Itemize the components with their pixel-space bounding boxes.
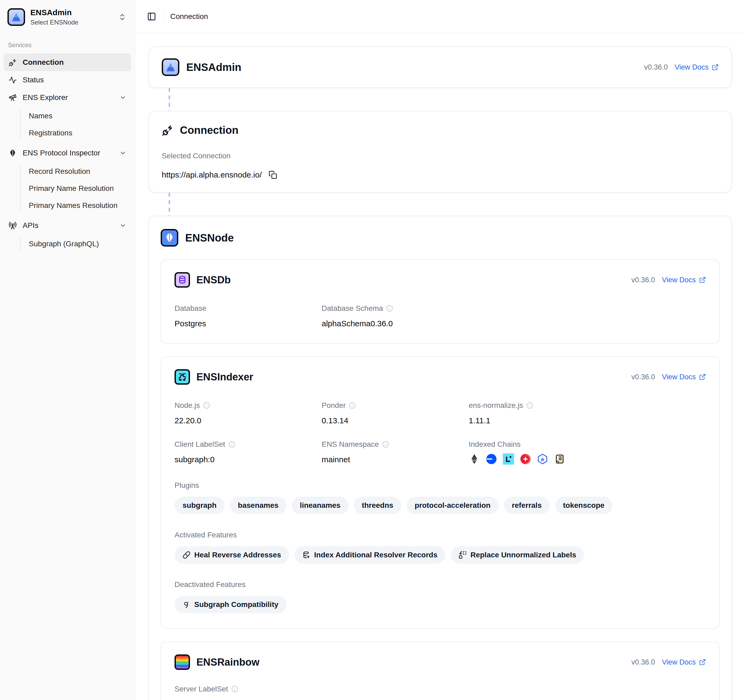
- card-connector-dashed-line: [169, 193, 170, 216]
- ensindexer-card-title: ENSIndexer: [196, 371, 253, 383]
- ensrainbow-view-docs-link[interactable]: View Docs: [662, 658, 706, 666]
- external-link-icon: [699, 659, 706, 666]
- ensdb-view-docs-link[interactable]: View Docs: [662, 276, 706, 284]
- external-link-icon: [712, 64, 719, 71]
- base-chain-icon: [486, 453, 497, 465]
- ensrainbow-card: ENSRainbow v0.36.0 View Docs Server La: [161, 642, 720, 700]
- activity-icon: [9, 76, 17, 84]
- info-icon[interactable]: [349, 402, 356, 409]
- field-ens-normalize: ens-normalize.js 1.11.1: [469, 401, 706, 425]
- sidebar: ENSAdmin Select ENSNode Services Connect…: [0, 0, 135, 700]
- ensnode-selector[interactable]: ENSAdmin Select ENSNode: [4, 4, 131, 30]
- deactivated-features-chips: Subgraph Compatibility: [174, 596, 706, 614]
- ensdb-version: v0.36.0: [631, 276, 655, 284]
- ensnode-card: ENSNode ENSDb v0.36.0 View Docs: [149, 216, 732, 700]
- ensnode-logo-icon: [161, 229, 178, 247]
- sidebar-item-label: ENS Protocol Inspector: [23, 149, 100, 157]
- ens-mark-icon: [9, 149, 17, 157]
- plugin-chip: subgraph: [174, 497, 225, 514]
- ensrainbow-card-title: ENSRainbow: [196, 657, 259, 668]
- plugins-chips: subgraph basenames lineanames threedns p…: [174, 497, 706, 514]
- sidebar-item-ens-protocol-inspector[interactable]: ENS Protocol Inspector: [4, 144, 131, 162]
- chevron-down-icon: [119, 94, 126, 101]
- plugin-chip: tokenscope: [555, 497, 613, 514]
- ethereum-chain-icon: [469, 453, 480, 465]
- ens-explorer-children: Names Registrations: [20, 107, 131, 141]
- ensrainbow-logo-icon: [174, 654, 190, 670]
- subgraph-compat-icon: [183, 600, 190, 609]
- content: ENSAdmin v0.36.0 View Docs Connection: [135, 33, 744, 700]
- replace-icon: [458, 551, 467, 559]
- info-icon[interactable]: [203, 402, 210, 409]
- ensadmin-logo-icon: [162, 58, 179, 76]
- connection-card-title: Connection: [180, 124, 238, 136]
- activated-features-chips: Heal Reverse Addresses Index Additional …: [174, 546, 706, 564]
- field-server-labelset: Server LabelSet subgraph:0: [174, 685, 321, 700]
- field-database: Database Postgres: [174, 304, 321, 328]
- feature-chip: Heal Reverse Addresses: [174, 546, 289, 564]
- plugin-chip: referrals: [504, 497, 550, 514]
- info-icon[interactable]: [526, 402, 533, 409]
- breadcrumb: Connection: [170, 12, 208, 21]
- sidebar-item-names[interactable]: Names: [25, 107, 131, 125]
- ensadmin-card-title: ENSAdmin: [186, 61, 241, 73]
- sidebar-nav: Connection Status ENS Explorer Names Reg…: [4, 54, 131, 255]
- linea-chain-icon: [503, 453, 514, 465]
- info-icon[interactable]: [231, 686, 238, 693]
- selected-connection-url: https://api.alpha.ensnode.io/: [162, 170, 262, 179]
- chevron-down-icon: [119, 222, 126, 229]
- feature-chip: Replace Unnormalized Labels: [451, 546, 584, 564]
- radio-tower-icon: [9, 222, 17, 230]
- plugin-chip: protocol-acceleration: [407, 497, 498, 514]
- plugin-chip: threedns: [354, 497, 401, 514]
- sidebar-item-primary-name-resolution[interactable]: Primary Name Resolution: [25, 180, 131, 197]
- plug-zap-icon: [9, 58, 17, 67]
- ensindexer-card: ENSIndexer v0.36.0 View Docs Node.js: [161, 356, 720, 629]
- sidebar-toggle-icon[interactable]: [147, 12, 156, 21]
- telescope-icon: [9, 94, 17, 102]
- sidebar-item-connection[interactable]: Connection: [4, 54, 131, 71]
- sidebar-item-registrations[interactable]: Registrations: [25, 125, 131, 141]
- deactivated-features-label: Deactivated Features: [174, 580, 706, 589]
- database-plus-icon: [302, 551, 311, 559]
- chevrons-up-down-icon: [117, 12, 128, 23]
- info-icon[interactable]: [228, 441, 235, 448]
- ensindexer-version: v0.36.0: [631, 373, 655, 381]
- info-icon[interactable]: [386, 305, 393, 312]
- sidebar-item-label: ENS Explorer: [23, 93, 68, 102]
- field-database-schema: Database Schema alphaSchema0.36.0: [321, 304, 469, 328]
- ensadmin-version: v0.36.0: [644, 63, 668, 71]
- info-icon[interactable]: [382, 441, 389, 448]
- optimism-chain-icon: [520, 453, 531, 465]
- sidebar-item-ens-explorer[interactable]: ENS Explorer: [4, 89, 131, 106]
- heal-icon: [183, 551, 190, 559]
- services-section-label: Services: [8, 42, 131, 49]
- field-client-labelset: Client LabelSet subgraph:0: [174, 440, 321, 465]
- external-link-icon: [699, 276, 706, 283]
- ensindexer-logo-icon: [174, 369, 190, 385]
- ensnode-card-title: ENSNode: [185, 232, 234, 244]
- sidebar-item-label: APIs: [23, 221, 39, 230]
- sidebar-item-primary-names-resolution[interactable]: Primary Names Resolution: [25, 197, 131, 214]
- sidebar-item-subgraph-graphql[interactable]: Subgraph (GraphQL): [25, 235, 131, 252]
- field-ens-namespace: ENS Namespace mainnet: [321, 440, 469, 465]
- card-connector-dashed-line: [169, 88, 170, 111]
- ensadmin-logo-icon: [7, 8, 25, 26]
- app-name: ENSAdmin: [30, 8, 72, 17]
- feature-chip: Subgraph Compatibility: [174, 596, 286, 614]
- plugins-label: Plugins: [174, 481, 706, 490]
- ensindexer-view-docs-link[interactable]: View Docs: [662, 373, 706, 381]
- connection-card: Connection Selected Connection https://a…: [149, 111, 732, 193]
- plugin-chip: basenames: [230, 497, 287, 514]
- ensadmin-view-docs-link[interactable]: View Docs: [675, 63, 719, 71]
- scroll-chain-icon: [554, 453, 565, 465]
- sidebar-item-status[interactable]: Status: [4, 71, 131, 89]
- sidebar-item-apis[interactable]: APIs: [4, 217, 131, 234]
- arbitrum-chain-icon: [537, 453, 548, 465]
- copy-icon[interactable]: [269, 171, 277, 179]
- ensdb-logo-icon: [174, 272, 190, 287]
- chevron-down-icon: [119, 149, 126, 156]
- ensrainbow-version: v0.36.0: [631, 658, 655, 666]
- field-indexed-chains: Indexed Chains: [469, 440, 706, 465]
- sidebar-item-record-resolution[interactable]: Record Resolution: [25, 163, 131, 180]
